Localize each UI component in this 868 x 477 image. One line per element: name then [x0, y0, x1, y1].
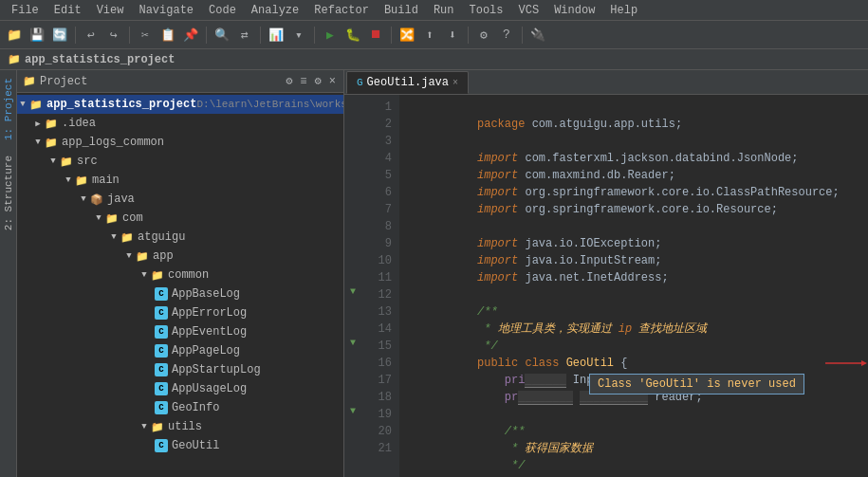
tree-item-AppErrorLog[interactable]: C AppErrorLog — [17, 303, 343, 322]
gutter-icon-7 — [344, 197, 361, 214]
tree-item-idea[interactable]: ▶ 📁 .idea — [17, 114, 343, 133]
tree-item-java[interactable]: ▼ 📦 java — [17, 190, 343, 209]
tree-icon-GeoInfo: C — [154, 400, 169, 415]
side-tab-project[interactable]: 1: Project — [0, 70, 17, 148]
toolbar-settings-btn[interactable]: ⚙ — [473, 25, 494, 46]
menu-build[interactable]: Build — [377, 2, 426, 19]
tree-arrow-app: ▼ — [123, 250, 135, 262]
tree-label-AppBaseLog: AppBaseLog — [172, 287, 240, 301]
gutter-icon-10 — [344, 248, 361, 266]
tree-label-AppEventLog: AppEventLog — [172, 325, 247, 339]
toolbar-pull-btn[interactable]: ⬇ — [442, 25, 463, 46]
menu-run[interactable]: Run — [426, 2, 462, 19]
tree-arrow-utils: ▼ — [139, 421, 150, 432]
toolbar-open-btn[interactable]: 📁 — [4, 25, 25, 46]
menu-code[interactable]: Code — [201, 2, 244, 19]
tree-label-idea: .idea — [62, 117, 96, 130]
tree-arrow-common: ▼ — [139, 269, 150, 281]
toolbar-sep8 — [522, 27, 523, 44]
toolbar-replace-btn[interactable]: ⇄ — [234, 25, 255, 46]
toolbar-redo-btn[interactable]: ↪ — [103, 25, 124, 46]
menu-help[interactable]: Help — [602, 2, 645, 19]
code-line-7 — [409, 201, 868, 218]
tree-item-GeoInfo[interactable]: C GeoInfo — [17, 398, 343, 417]
linenum-6: 6 — [361, 184, 392, 201]
gutter-icon-16 — [344, 351, 361, 368]
tree-item-app-stats[interactable]: ▼ 📁 app_statistics_project D:\learn\JetB… — [17, 95, 343, 114]
tree-label-app-logs: app_logs_common — [62, 136, 164, 149]
tree-arrow-main: ▼ — [63, 174, 74, 186]
tree-item-GeoUtil[interactable]: C GeoUtil — [17, 436, 343, 455]
toolbar-dropdown-btn[interactable]: ▾ — [288, 25, 309, 46]
tree-item-common[interactable]: ▼ 📁 common — [17, 266, 343, 284]
tree-item-AppEventLog[interactable]: C AppEventLog — [17, 322, 343, 341]
toolbar-struct-btn[interactable]: 📊 — [266, 25, 286, 46]
panel-title: Project — [40, 75, 280, 88]
tree-item-AppBaseLog[interactable]: C AppBaseLog — [17, 284, 343, 303]
panel-settings-btn[interactable]: ⚙ — [284, 74, 294, 88]
tree-item-main[interactable]: ▼ 📁 main — [17, 171, 343, 190]
toolbar-cut-btn[interactable]: ✂ — [135, 25, 156, 46]
panel-folder-icon: 📁 — [23, 75, 36, 87]
tree-item-src[interactable]: ▼ 📁 src — [17, 152, 343, 171]
code-line-8: import java.io.IOException; — [409, 218, 868, 235]
code-line-1: package com.atguigu.app.utils; — [409, 99, 868, 116]
menu-navigate[interactable]: Navigate — [131, 2, 201, 19]
menu-window[interactable]: Window — [546, 2, 602, 19]
menu-view[interactable]: View — [89, 2, 132, 19]
tree-icon-utils: 📁 — [150, 419, 165, 434]
tree-arrow-src: ▼ — [47, 156, 59, 167]
panel-collapse-btn[interactable]: ≡ — [298, 75, 308, 88]
tree-icon-GeoUtil: C — [154, 438, 169, 453]
panel-close-btn[interactable]: × — [327, 75, 338, 88]
panel-gear-btn[interactable]: ⚙ — [313, 74, 323, 88]
tree-item-atguigu[interactable]: ▼ 📁 atguigu — [17, 228, 343, 247]
tree-item-AppStartupLog[interactable]: C AppStartupLog — [17, 360, 343, 379]
toolbar-help-btn[interactable]: ? — [496, 25, 517, 46]
menu-tools[interactable]: Tools — [462, 2, 511, 19]
gutter-icon-9 — [344, 231, 361, 248]
tab-close-btn[interactable]: × — [452, 78, 458, 88]
tree-item-app-logs[interactable]: ▼ 📁 app_logs_common — [17, 133, 343, 152]
toolbar-search-btn[interactable]: 🔍 — [212, 25, 232, 46]
toolbar-stop-btn[interactable]: ⏹ — [365, 25, 386, 46]
tree-label-atguigu: atguigu — [138, 230, 185, 244]
code-line-13: * 地理工具类，实现通过 ip 查找地址区域 — [409, 303, 868, 321]
toolbar-run-btn[interactable]: ▶ — [320, 25, 341, 46]
tree-item-AppPageLog[interactable]: C AppPageLog — [17, 341, 343, 360]
code-line-11 — [409, 269, 868, 286]
tree-label-app-stats: app_statistics_project — [46, 98, 196, 111]
gutter-icon-11 — [344, 266, 361, 283]
toolbar-save-btn[interactable]: 💾 — [27, 25, 47, 46]
project-folder-icon: 📁 — [8, 53, 21, 65]
tree-label-AppErrorLog: AppErrorLog — [172, 306, 247, 320]
toolbar-debug-btn[interactable]: 🐛 — [342, 25, 363, 46]
toolbar-sep6 — [391, 27, 392, 44]
toolbar-vcs-btn[interactable]: 🔀 — [397, 25, 417, 46]
menu-vcs[interactable]: VCS — [511, 2, 547, 19]
linenum-2: 2 — [361, 116, 392, 133]
tree-item-app[interactable]: ▼ 📁 app — [17, 247, 343, 266]
side-tab-structure[interactable]: 2: Structure — [0, 148, 17, 238]
toolbar-paste-btn[interactable]: 📌 — [180, 25, 201, 46]
linenum-12: 12 — [361, 286, 392, 303]
tree-item-utils[interactable]: ▼ 📁 utils — [17, 417, 343, 436]
menu-edit[interactable]: Edit — [46, 2, 89, 19]
toolbar-push-btn[interactable]: ⬆ — [419, 25, 440, 46]
menu-refactor[interactable]: Refactor — [306, 2, 377, 19]
toolbar-sync-btn[interactable]: 🔄 — [49, 25, 70, 46]
gutter: ▼ ▼ ▼ — [344, 95, 361, 477]
toolbar-undo-btn[interactable]: ↩ — [81, 25, 102, 46]
toolbar-plugin-btn[interactable]: 🔌 — [527, 25, 548, 46]
tab-bar: G GeoUtil.java × — [344, 70, 868, 95]
tree-label-GeoInfo: GeoInfo — [172, 401, 219, 414]
code-line-9: import java.io.InputStream; — [409, 235, 868, 252]
menu-file[interactable]: File — [4, 2, 46, 19]
tree-item-com[interactable]: ▼ 📁 com — [17, 209, 343, 228]
menu-analyze[interactable]: Analyze — [244, 2, 306, 19]
tab-GeoUtil[interactable]: G GeoUtil.java × — [346, 71, 469, 94]
toolbar-copy-btn[interactable]: 📋 — [157, 25, 178, 46]
code-content[interactable]: package com.atguigu.app.utils; import co… — [399, 95, 868, 477]
tree-item-AppUsageLog[interactable]: C AppUsageLog — [17, 379, 343, 398]
linenum-14: 14 — [361, 321, 392, 338]
